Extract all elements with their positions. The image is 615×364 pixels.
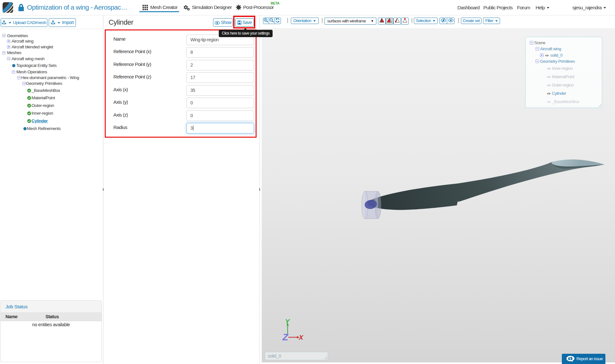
svg-text:Y: Y <box>285 317 290 325</box>
svg-text:X: X <box>299 334 304 341</box>
svg-text:Z: Z <box>282 332 289 342</box>
